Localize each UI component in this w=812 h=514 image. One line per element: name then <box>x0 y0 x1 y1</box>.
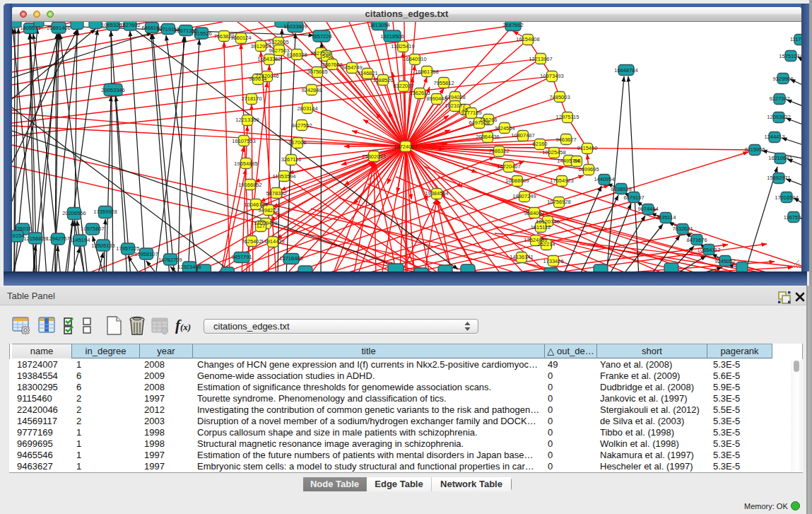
svg-text:127: 127 <box>257 223 266 229</box>
svg-text:18807249: 18807249 <box>512 193 536 199</box>
svg-text:12093822: 12093822 <box>767 114 790 120</box>
svg-text:12975115: 12975115 <box>556 114 579 120</box>
svg-text:1405571: 1405571 <box>20 25 40 31</box>
svg-text:8322037: 8322037 <box>393 83 413 89</box>
svg-text:9329966: 9329966 <box>772 76 793 82</box>
svg-text:10025458: 10025458 <box>542 149 565 156</box>
svg-text:6794028: 6794028 <box>445 94 465 100</box>
svg-text:8938923: 8938923 <box>611 186 631 192</box>
svg-text:9227342: 9227342 <box>769 95 789 102</box>
svg-text:6699695: 6699695 <box>578 166 599 173</box>
svg-text:16782759: 16782759 <box>158 257 182 263</box>
svg-text:20053346: 20053346 <box>101 87 124 93</box>
svg-text:3675685: 3675685 <box>307 69 327 75</box>
svg-text:16961758: 16961758 <box>415 69 438 75</box>
svg-text:15720407: 15720407 <box>497 163 520 170</box>
svg-text:17359928: 17359928 <box>93 209 117 215</box>
svg-text:2803144: 2803144 <box>297 105 317 112</box>
svg-text:10975867: 10975867 <box>81 226 104 232</box>
svg-text:17654923: 17654923 <box>550 177 573 184</box>
svg-text:12213967: 12213967 <box>529 56 552 62</box>
svg-text:1615112: 1615112 <box>531 224 551 230</box>
svg-text:9463627: 9463627 <box>555 136 576 143</box>
svg-text:12923446: 12923446 <box>177 264 201 270</box>
svg-text:84: 84 <box>574 158 579 164</box>
svg-text:10958107: 10958107 <box>134 251 158 257</box>
svg-text:14136141: 14136141 <box>510 254 533 260</box>
svg-text:20691406: 20691406 <box>47 25 70 31</box>
svg-text:3267110: 3267110 <box>281 156 302 163</box>
svg-text:1440954: 1440954 <box>594 176 614 182</box>
svg-text:1588520: 1588520 <box>372 77 393 83</box>
svg-text:12505135: 12505135 <box>91 243 114 249</box>
svg-text:10973493: 10973493 <box>540 73 563 79</box>
svg-text:16107553: 16107553 <box>232 138 255 144</box>
svg-text:2718170: 2718170 <box>241 95 261 102</box>
svg-text:16648784: 16648784 <box>614 67 637 74</box>
svg-text:2935114: 2935114 <box>656 214 676 221</box>
svg-text:9660124: 9660124 <box>230 35 251 41</box>
svg-text:1527602: 1527602 <box>119 22 140 28</box>
svg-text:1145194: 1145194 <box>70 237 90 243</box>
svg-text:10807487: 10807487 <box>511 132 534 139</box>
svg-text:8215955: 8215955 <box>744 146 765 153</box>
svg-text:8186328: 8186328 <box>286 52 307 58</box>
svg-text:20364436: 20364436 <box>476 134 499 140</box>
svg-text:10654112: 10654112 <box>698 247 721 253</box>
svg-text:14914479: 14914479 <box>261 238 284 245</box>
svg-text:9684067: 9684067 <box>524 210 544 216</box>
svg-text:9146821: 9146821 <box>357 70 377 76</box>
svg-text:13325419: 13325419 <box>391 43 414 49</box>
svg-text:19166852: 19166852 <box>238 182 261 188</box>
svg-text:16210643: 16210643 <box>768 155 792 161</box>
svg-text:335031: 335031 <box>13 226 31 232</box>
svg-text:5322605: 5322605 <box>268 39 288 45</box>
svg-text:7986322: 7986322 <box>488 148 509 154</box>
svg-text:1244413: 1244413 <box>764 134 784 140</box>
svg-text:19384554: 19384554 <box>425 190 448 197</box>
svg-text:9498222: 9498222 <box>258 207 278 214</box>
svg-text:12213369: 12213369 <box>235 117 259 123</box>
svg-text:1167533: 1167533 <box>784 214 801 221</box>
svg-text:917006: 917006 <box>288 139 306 146</box>
svg-text:12942757: 12942757 <box>46 235 69 242</box>
svg-text:8427552: 8427552 <box>291 122 312 129</box>
svg-text:9674444: 9674444 <box>637 206 658 212</box>
svg-text:8990448: 8990448 <box>426 95 447 102</box>
svg-text:9115460: 9115460 <box>577 145 598 151</box>
svg-text:15751074: 15751074 <box>779 53 801 59</box>
svg-text:5878332: 5878332 <box>266 190 286 197</box>
svg-text:8471676: 8471676 <box>686 237 707 243</box>
svg-text:3624554: 3624554 <box>494 125 514 132</box>
svg-text:39154: 39154 <box>12 233 24 239</box>
svg-text:19218506: 19218506 <box>380 33 404 40</box>
svg-text:1733426: 1733426 <box>543 258 563 264</box>
svg-text:7955812: 7955812 <box>433 80 454 86</box>
svg-text:16640910: 16640910 <box>403 56 426 62</box>
svg-text:10756928: 10756928 <box>547 199 570 205</box>
svg-text:9777169: 9777169 <box>461 110 481 116</box>
svg-text:9242848: 9242848 <box>301 87 322 93</box>
svg-text:7485003: 7485003 <box>549 94 570 100</box>
svg-text:7515526: 7515526 <box>191 30 211 37</box>
svg-text:6879197: 6879197 <box>623 194 644 201</box>
svg-text:16154808: 16154808 <box>516 36 539 42</box>
svg-text:989614: 989614 <box>249 76 266 82</box>
svg-text:11353594: 11353594 <box>273 173 296 180</box>
svg-text:9457791: 9457791 <box>231 254 252 260</box>
svg-text:20206556: 20206556 <box>62 210 86 216</box>
svg-text:3813054: 3813054 <box>369 22 389 28</box>
svg-text:252214: 252214 <box>537 241 555 247</box>
svg-text:16033809: 16033809 <box>283 23 307 30</box>
svg-text:7857224: 7857224 <box>311 33 331 40</box>
svg-text:2867608: 2867608 <box>322 62 342 68</box>
svg-text:16543362: 16543362 <box>257 56 281 62</box>
svg-text:62160: 62160 <box>533 141 548 147</box>
svg-text:15692971: 15692971 <box>767 175 790 181</box>
svg-text:18724007: 18724007 <box>394 144 417 150</box>
svg-text:10688609: 10688609 <box>505 177 529 184</box>
svg-text:19654885: 19654885 <box>234 160 257 167</box>
svg-text:7625402: 7625402 <box>241 238 261 245</box>
svg-text:25302033: 25302033 <box>362 153 385 160</box>
svg-text:9245052: 9245052 <box>714 258 735 264</box>
